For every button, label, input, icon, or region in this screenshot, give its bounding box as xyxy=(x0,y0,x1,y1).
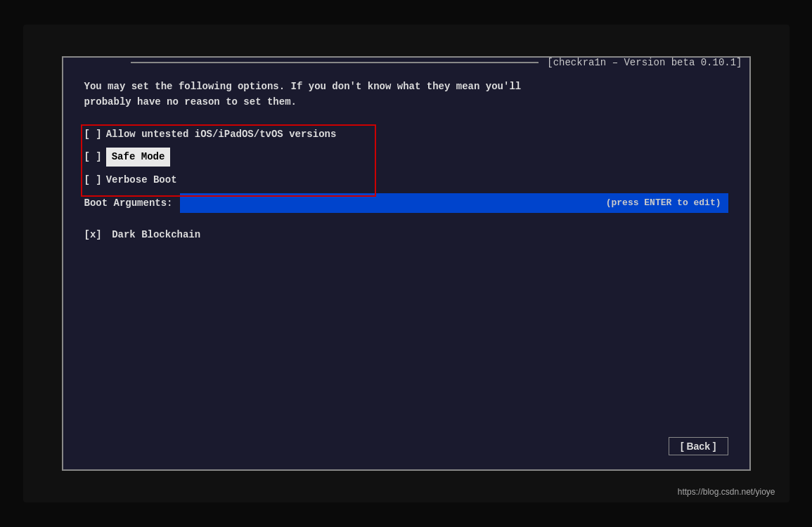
back-button[interactable]: [ Back ] xyxy=(669,437,728,455)
content-area: You may set the following options. If yo… xyxy=(63,58,749,469)
label-safe-mode: Safe Mode xyxy=(106,148,171,166)
checkbox-safe-mode: [ ] xyxy=(84,149,102,164)
terminal-window: [checkra1n – Version beta 0.10.1] You ma… xyxy=(62,56,751,471)
label-verbose-boot: Verbose Boot xyxy=(106,172,177,188)
boot-args-label: Boot Arguments: xyxy=(84,195,173,211)
dark-blockchain-row[interactable]: [x] Dark Blockchain xyxy=(84,227,728,242)
dark-blockchain-label: Dark Blockchain xyxy=(112,229,200,240)
watermark: https://blog.csdn.net/yioye xyxy=(678,487,775,497)
back-button-area: [ Back ] xyxy=(669,437,728,455)
screen-background: [checkra1n – Version beta 0.10.1] You ma… xyxy=(23,25,790,502)
label-allow-untested: Allow untested iOS/iPadOS/tvOS versions xyxy=(106,126,337,142)
dark-blockchain-checkbox: [x] xyxy=(84,229,102,240)
checkbox-verbose-boot: [ ] xyxy=(84,172,102,188)
checkbox-allow-untested: [ ] xyxy=(84,126,102,142)
menu-item-allow-untested[interactable]: [ ] Allow untested iOS/iPadOS/tvOS versi… xyxy=(84,124,728,144)
boot-args-bar[interactable]: (press ENTER to edit) xyxy=(180,193,728,213)
boot-args-row: Boot Arguments: (press ENTER to edit) xyxy=(84,193,728,213)
menu-list: [ ] Allow untested iOS/iPadOS/tvOS versi… xyxy=(84,124,728,213)
press-enter-hint: (press ENTER to edit) xyxy=(606,196,721,211)
intro-text: You may set the following options. If yo… xyxy=(84,79,728,110)
intro-line1: You may set the following options. If yo… xyxy=(84,81,522,92)
menu-item-safe-mode[interactable]: [ ] Safe Mode xyxy=(84,145,728,168)
intro-line2: probably have no reason to set them. xyxy=(84,96,297,108)
menu-item-verbose-boot[interactable]: [ ] Verbose Boot xyxy=(84,170,728,190)
